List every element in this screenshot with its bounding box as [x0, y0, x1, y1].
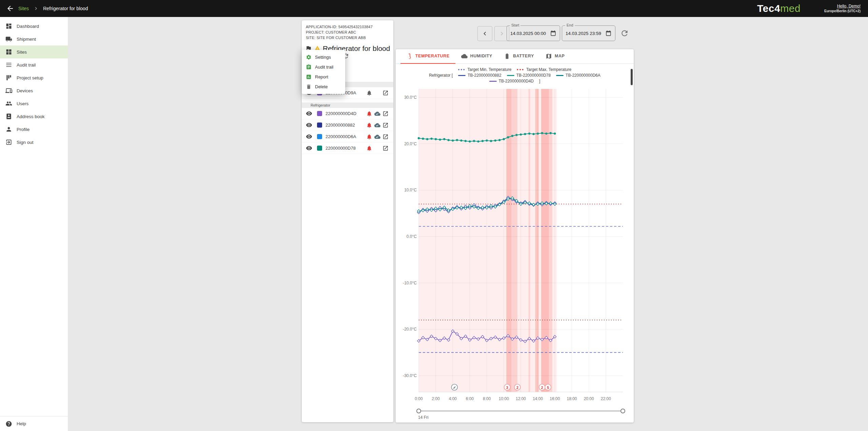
cloud-check-icon[interactable] [374, 122, 380, 128]
audit-icon [5, 61, 12, 68]
topbar: Sites Refrigerator for blood Tec4med Hel… [0, 0, 868, 17]
open-in-new-icon[interactable] [382, 122, 389, 128]
end-date-value[interactable]: 14.03.2025 23:59 [566, 31, 605, 36]
sidebar-item-profile[interactable]: Profile [0, 123, 68, 136]
context-menu: Settings Audit trail Report Delete [302, 50, 345, 94]
open-in-new-icon[interactable] [382, 145, 389, 151]
device-color-swatch [317, 111, 322, 116]
sidebar-item-dashboard[interactable]: Dashboard [0, 20, 68, 33]
end-date-field[interactable]: End 14.03.2025 23:59 [562, 25, 615, 41]
svg-text:14:00: 14:00 [533, 396, 543, 401]
calendar-icon[interactable] [550, 30, 556, 37]
site: SITE: SITE FOR CUSTOMER ABB [306, 35, 391, 41]
map-icon [546, 53, 552, 59]
device-row: 220000000D78 [302, 143, 393, 154]
dashboard-icon [5, 23, 12, 30]
sidebar-item-address-book[interactable]: Address book [0, 110, 68, 123]
device-id: 220000000D6A [326, 134, 364, 139]
chart-tabs: TEMPERATURE HUMIDITY BATTERY MAP [396, 49, 634, 64]
tab-label: BATTERY [513, 54, 534, 58]
menu-item-audit-trail[interactable]: Audit trail [302, 62, 345, 72]
tab-temperature[interactable]: TEMPERATURE [400, 49, 455, 64]
device-row: 220000000D4D [302, 108, 393, 119]
help-label: Help [17, 421, 26, 426]
sidebar-item-label: Address book [17, 114, 45, 119]
trash-icon [306, 84, 312, 90]
open-in-new-icon[interactable] [382, 111, 389, 117]
open-in-new-icon[interactable] [382, 90, 389, 96]
time-range-slider[interactable] [399, 408, 630, 414]
open-in-new-icon[interactable] [382, 134, 389, 140]
svg-text:5: 5 [547, 386, 549, 390]
chart-date-label: 14 Fri [418, 415, 429, 420]
legend-line-series-2: TB-220000000D4D] [396, 79, 634, 83]
sidebar-item-sign-out[interactable]: Sign out [0, 136, 68, 149]
svg-text:10:00: 10:00 [499, 396, 509, 401]
svg-text:6:00: 6:00 [466, 396, 474, 401]
audit_menu-icon [306, 64, 312, 70]
device-id: 220000000882 [326, 123, 364, 128]
start-date-field[interactable]: Start 14.03.2025 00:00 [507, 25, 560, 41]
sidebar-item-project-setup[interactable]: Project setup [0, 71, 68, 84]
end-date-label: End [565, 23, 575, 27]
breadcrumb-current: Refrigerator for blood [43, 6, 88, 11]
sidebar: Dashboard Shipment Sites Audit trail Pro… [0, 17, 68, 431]
tab-battery[interactable]: BATTERY [498, 49, 540, 64]
breadcrumb-sites-link[interactable]: Sites [18, 6, 29, 11]
sidebar-item-label: Shipment [17, 37, 36, 42]
sidebar-item-label: Profile [17, 127, 29, 132]
tab-humidity[interactable]: HUMIDITY [455, 49, 498, 64]
slider-track [419, 411, 623, 411]
alarm-bell-icon[interactable] [366, 134, 372, 140]
calendar-icon[interactable] [605, 30, 612, 37]
refresh-button[interactable] [620, 28, 630, 38]
visibility-toggle-icon[interactable] [306, 110, 312, 117]
sidebar-item-help[interactable]: Help [0, 416, 68, 431]
svg-text:-20.0°C: -20.0°C [403, 327, 417, 332]
greeting[interactable]: Hello, Demo! [824, 4, 861, 9]
slider-handle-right[interactable] [620, 409, 625, 413]
visibility-toggle-icon[interactable] [306, 145, 312, 151]
back-arrow-icon[interactable] [6, 4, 14, 13]
cloud-check-icon[interactable] [374, 134, 380, 140]
tab-map[interactable]: MAP [540, 49, 571, 64]
battery-icon [504, 53, 510, 59]
cloud-check-icon[interactable] [374, 111, 380, 117]
svg-text:20:00: 20:00 [584, 396, 594, 401]
alarm-bell-icon[interactable] [366, 145, 372, 151]
temperature-chart[interactable]: 0:002:004:006:008:0010:0012:0014:0016:00… [399, 84, 630, 406]
sidebar-item-sites[interactable]: Sites [0, 45, 68, 58]
profile-icon [5, 126, 12, 133]
start-date-value[interactable]: 14.03.2025 00:00 [510, 31, 550, 36]
scrollbar-thumb[interactable] [631, 69, 633, 85]
timezone: Europe/Berlin (UTC+2) [824, 9, 861, 13]
svg-text:-10.0°C: -10.0°C [403, 281, 417, 285]
svg-text:10.0°C: 10.0°C [404, 188, 417, 192]
visibility-toggle-icon[interactable] [306, 133, 312, 140]
sidebar-item-devices[interactable]: Devices [0, 84, 68, 97]
menu-item-delete[interactable]: Delete [302, 82, 345, 92]
sidebar-item-label: Devices [17, 88, 33, 93]
menu-item-settings[interactable]: Settings [302, 52, 345, 62]
project-icon [5, 74, 12, 81]
prev-range-button[interactable] [477, 26, 492, 41]
alarm-bell-icon[interactable] [366, 111, 372, 117]
menu-item-report[interactable]: Report [302, 72, 345, 82]
svg-text:2: 2 [541, 386, 543, 390]
legend-target-min: •••Target Min. Temperature [458, 67, 512, 72]
caret-down-icon[interactable] [392, 45, 393, 52]
slider-handle-left[interactable] [416, 409, 421, 413]
sidebar-item-audit-trail[interactable]: Audit trail [0, 58, 68, 71]
legend-line-targets: •••Target Min. Temperature •••Target Max… [396, 67, 634, 72]
svg-text:8:00: 8:00 [483, 396, 491, 401]
sidebar-item-label: Dashboard [17, 24, 39, 29]
sidebar-item-shipment[interactable]: Shipment [0, 33, 68, 45]
alarm-bell-icon[interactable] [366, 90, 372, 96]
svg-text:22:00: 22:00 [601, 396, 611, 401]
alarm-bell-icon[interactable] [366, 122, 372, 128]
sidebar-item-users[interactable]: Users [0, 97, 68, 110]
shipment-icon [5, 36, 12, 42]
visibility-toggle-icon[interactable] [306, 122, 312, 128]
device-row: 220000000D6A [302, 131, 393, 143]
report-icon [306, 74, 312, 80]
